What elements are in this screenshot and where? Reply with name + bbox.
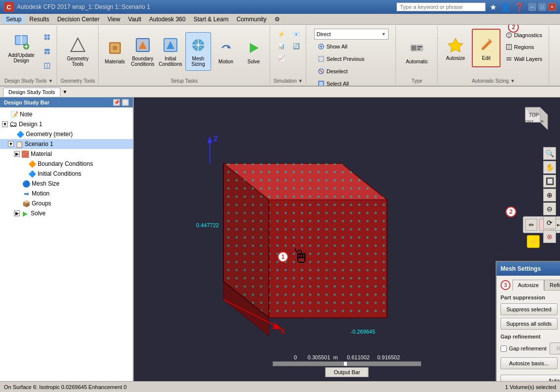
design1-expand[interactable]: ▼	[2, 121, 8, 127]
gap-refinement-checkbox[interactable]	[501, 345, 507, 352]
sim-btn-1[interactable]: ⚡	[275, 29, 288, 40]
tree-item-design1[interactable]: ▼ 🗂 Design 1	[0, 119, 133, 129]
material-label: Material	[31, 150, 52, 157]
autosize-large-btn[interactable]: Autosize	[441, 29, 470, 67]
svg-text:X: X	[280, 327, 285, 335]
boundary-conditions-btn[interactable]: BoundaryConditions	[130, 32, 156, 71]
view-cube[interactable]: TOP R FRONT	[513, 105, 553, 140]
suppress-selected-btn[interactable]: Suppress selected	[501, 303, 558, 315]
sim-btn-5[interactable]: 🔄	[289, 41, 303, 51]
rt-btn-7[interactable]: ⊗	[543, 230, 556, 243]
autosize-basis-btn[interactable]: Autosize basis...	[501, 357, 558, 369]
small-btn-3[interactable]	[41, 59, 54, 72]
group-label-simulation: Simulation ▼	[274, 76, 303, 84]
sim-btn-4[interactable]: 📧	[289, 29, 303, 40]
direct-dropdown[interactable]: Direct ▼	[314, 29, 389, 40]
bookmark-icon[interactable]: ★	[490, 2, 497, 12]
select-all-btn[interactable]: Select All	[314, 78, 352, 87]
tree-item-boundary[interactable]: 🔶 Boundary Conditions	[0, 159, 133, 169]
vt-edit-btn[interactable]: ✏	[525, 219, 537, 231]
tab-autosize[interactable]: Autosize	[512, 280, 544, 291]
tree-item-note[interactable]: 📝 Note	[0, 109, 133, 119]
menu-results[interactable]: Results	[25, 15, 53, 24]
tree-item-initial[interactable]: 🔷 Initial Conditions	[0, 169, 133, 179]
menu-view[interactable]: View	[104, 15, 124, 24]
small-btn-1[interactable]	[41, 31, 54, 44]
materials-btn[interactable]: Materials	[102, 32, 128, 71]
group-label-setup-tasks: Setup Tasks	[171, 76, 198, 84]
motion-btn[interactable]: Motion	[213, 32, 239, 71]
rt-btn-5[interactable]: ⊖	[543, 202, 556, 215]
add-update-design-btn[interactable]: Add/UpdateDesign	[4, 29, 39, 67]
help-icon[interactable]: ❓	[514, 2, 524, 12]
minimize-btn[interactable]: ─	[528, 3, 536, 11]
user-icon[interactable]: 👤	[501, 2, 510, 12]
search-input[interactable]	[396, 2, 486, 11]
small-btn-2[interactable]	[41, 45, 54, 58]
show-all-icon	[318, 43, 325, 50]
status-right: 1 Volume(s) selected	[505, 384, 556, 390]
tree-item-solve[interactable]: ▶ ▶ Solve	[0, 208, 133, 218]
svg-rect-54	[506, 57, 511, 58]
show-all-btn[interactable]: Show All	[314, 41, 351, 52]
wall-layers-btn[interactable]: Wall Layers	[503, 53, 546, 64]
group-label-design-study: Design Study Tools ▼	[4, 76, 53, 84]
output-bar-btn[interactable]: Output Bar	[325, 367, 368, 377]
autosize-full-btn[interactable]: Autosize	[501, 375, 560, 381]
sidebar-close-btn[interactable]: ✕	[122, 99, 129, 106]
menu-community[interactable]: Community	[232, 15, 271, 24]
svg-rect-12	[48, 52, 50, 54]
tab-dropdown-arrow[interactable]: ▼	[62, 89, 67, 95]
automatic-btn[interactable]: Automatic	[399, 32, 434, 71]
group-label-geometry: Geometry Tools	[60, 76, 95, 84]
refine-btn[interactable]: Refine	[550, 343, 560, 354]
close-btn[interactable]: ✕	[548, 3, 556, 11]
svg-rect-35	[319, 56, 324, 61]
gap-refinement-checkbox-label[interactable]: Gap refinement	[501, 345, 547, 352]
automatic-label: Automatic	[406, 59, 428, 64]
tab-design-study[interactable]: Design Study Tools	[3, 88, 60, 97]
tree-item-scenario1[interactable]: ▼ 📋 Scenario 1	[0, 139, 133, 149]
menu-autodesk360[interactable]: Autodesk 360	[145, 15, 189, 24]
rt-btn-6[interactable]: ⟳	[543, 216, 556, 229]
tree-item-material[interactable]: ▶ 🧱 Material	[0, 149, 133, 159]
tree-item-groups[interactable]: 📦 Groups	[0, 198, 133, 208]
select-prev-label: Select Previous	[327, 56, 364, 62]
svg-rect-11	[45, 52, 47, 54]
deselect-btn[interactable]: Deselect	[314, 66, 351, 77]
menu-start-learn[interactable]: Start & Learn	[189, 15, 232, 24]
svg-marker-58	[540, 107, 548, 130]
rt-btn-3[interactable]: 🔲	[543, 175, 556, 188]
material-expand[interactable]: ▶	[14, 151, 20, 157]
geometry-label: GeometryTools	[67, 56, 89, 67]
scenario1-expand[interactable]: ▼	[8, 141, 14, 147]
rt-btn-1[interactable]: 🔍	[543, 147, 556, 160]
menu-settings[interactable]: ⚙	[271, 15, 284, 24]
rt-btn-4[interactable]: ⊕	[543, 189, 556, 201]
svg-text:0.447722: 0.447722	[196, 222, 219, 228]
tree-item-geometry[interactable]: 🔷 Geometry (meter)	[0, 129, 133, 139]
sidebar-pin-btn[interactable]: 📌	[113, 99, 120, 106]
annotation-3-circle: 3	[501, 280, 510, 290]
menu-decision-center[interactable]: Decision Center	[53, 15, 103, 24]
tree-item-mesh-size[interactable]: 🔵 Mesh Size	[0, 179, 133, 189]
sim-btn-3[interactable]: 📈	[275, 52, 288, 63]
tree-item-motion[interactable]: ➡ Motion	[0, 189, 133, 198]
rt-btn-2[interactable]: ✋	[543, 161, 556, 174]
lightning-autosize-btn[interactable]: ⚡	[527, 235, 540, 248]
menu-vault[interactable]: Vault	[124, 15, 145, 24]
menu-setup[interactable]: Setup	[2, 15, 25, 24]
suppress-all-solids-btn[interactable]: Suppress all solids	[501, 318, 558, 330]
regions-btn[interactable]: Regions	[503, 42, 546, 52]
solve-expand[interactable]: ▶	[14, 210, 20, 216]
tab-refine[interactable]: Refine	[544, 280, 560, 290]
svg-marker-32	[250, 43, 259, 53]
solve-btn[interactable]: Solve	[241, 32, 267, 71]
select-previous-btn[interactable]: Select Previous	[314, 53, 368, 64]
edit-large-btn[interactable]: Edit	[472, 29, 501, 67]
initial-conditions-btn[interactable]: InitialConditions	[158, 32, 183, 71]
maximize-btn[interactable]: □	[538, 3, 546, 11]
sim-btn-2[interactable]: 📊	[275, 41, 288, 51]
mesh-sizing-btn[interactable]: MeshSizing	[185, 32, 211, 71]
geometry-tools-btn[interactable]: GeometryTools	[63, 32, 92, 71]
